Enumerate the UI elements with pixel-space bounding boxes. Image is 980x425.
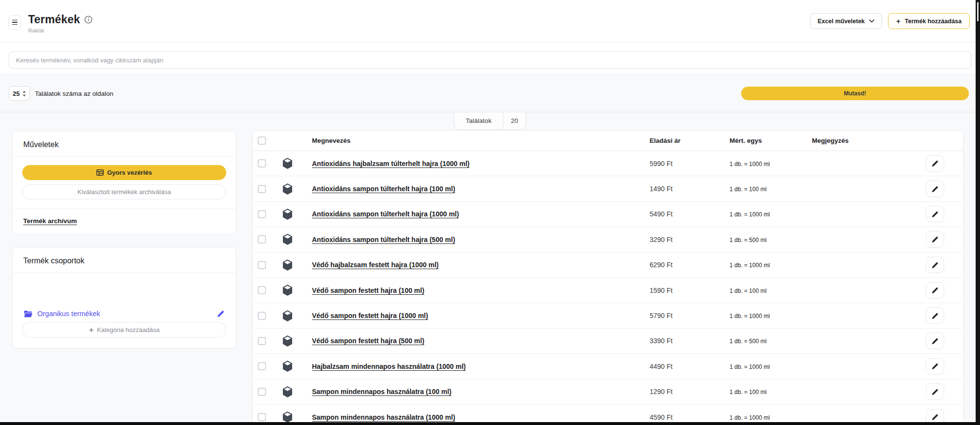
product-unit: 1 db. = 100 ml	[730, 186, 766, 193]
scrollbar-track[interactable]	[976, 0, 980, 425]
edit-product-button[interactable]	[926, 282, 944, 299]
title-block: Termékek Raktár	[28, 9, 93, 33]
product-name-link[interactable]: Antioxidáns sampon túlterhelt hajra (100…	[312, 210, 459, 218]
table-row: Antioxidáns sampon túlterhelt hajra (100…	[253, 202, 963, 227]
product-name-link[interactable]: Sampon mindennapos használatra (1000 ml)	[312, 413, 455, 421]
results-tab[interactable]: Találatok 20	[454, 112, 526, 130]
table-row: Védő sampon festett hajra (500 ml) 3390 …	[253, 329, 963, 354]
pencil-icon	[932, 363, 939, 370]
pencil-icon	[217, 310, 225, 318]
product-name-link[interactable]: Védő sampon festett hajra (1000 ml)	[312, 312, 428, 319]
row-checkbox[interactable]	[258, 337, 266, 345]
package-icon	[282, 310, 293, 322]
row-checkbox[interactable]	[258, 312, 266, 320]
row-checkbox[interactable]	[258, 235, 266, 243]
edit-product-button[interactable]	[926, 155, 944, 172]
page-size-select[interactable]: 25	[9, 86, 30, 101]
package-icon	[282, 208, 293, 220]
product-archive-link[interactable]: Termék archívum	[23, 217, 77, 225]
product-name-link[interactable]: Antioxidáns sampon túlterhelt hajra (100…	[312, 185, 455, 193]
archive-selected-button[interactable]: Kiválasztott termékek archiválása	[22, 184, 226, 199]
row-checkbox[interactable]	[258, 159, 266, 167]
table-row: Hajbalzsam mindennapos használatra (1000…	[253, 354, 963, 379]
product-price: 6290 Ft	[650, 261, 672, 269]
edit-product-button[interactable]	[926, 206, 944, 222]
plus-icon: +	[896, 17, 901, 25]
product-price: 1590 Ft	[650, 287, 672, 294]
package-icon	[282, 233, 293, 245]
folder-icon	[24, 310, 32, 318]
product-unit: 1 db. = 1000 ml	[730, 161, 770, 167]
product-name-link[interactable]: Sampon mindennapos használatra (100 ml)	[312, 388, 451, 395]
row-checkbox[interactable]	[258, 388, 266, 396]
edit-product-button[interactable]	[926, 383, 944, 400]
page-size-label: Találatok száma az oldalon	[35, 90, 113, 97]
column-header-name: Megnevezés	[312, 137, 650, 144]
scrollbar-thumb[interactable]	[977, 2, 979, 21]
product-name-link[interactable]: Védő hajbalzsam festett hajra (1000 ml)	[312, 261, 438, 269]
pencil-icon	[932, 160, 939, 167]
column-header-price: Eladási ár	[650, 137, 730, 144]
table-row: Antioxidáns hajbalzsam túlterhelt hajra …	[253, 151, 963, 176]
row-checkbox[interactable]	[258, 261, 266, 269]
menu-button[interactable]	[8, 15, 21, 30]
select-all-checkbox[interactable]	[258, 137, 266, 145]
table-row: Antioxidáns sampon túlterhelt hajra (500…	[253, 227, 963, 252]
search-input[interactable]	[9, 51, 971, 69]
sidebar: Műveletek Gyors vezérlés	[12, 131, 236, 361]
product-name-link[interactable]: Antioxidáns hajbalzsam túlterhelt hajra …	[312, 160, 469, 167]
row-checkbox[interactable]	[258, 210, 266, 218]
product-price: 3390 Ft	[650, 337, 672, 345]
product-price: 5790 Ft	[650, 312, 672, 319]
show-button[interactable]: Mutasd!	[741, 87, 969, 100]
product-name-link[interactable]: Védő sampon festett hajra (100 ml)	[312, 287, 424, 294]
excel-operations-label: Excel műveletek	[818, 18, 865, 25]
edit-product-button[interactable]	[926, 231, 944, 248]
row-checkbox[interactable]	[258, 286, 266, 294]
content-area: Találatok 20 Műveletek	[0, 112, 980, 425]
edit-product-button[interactable]	[926, 257, 944, 273]
edit-product-button[interactable]	[926, 307, 944, 324]
product-price: 5490 Ft	[650, 210, 672, 218]
category-link[interactable]: Organikus termékek	[37, 310, 100, 318]
package-icon	[282, 386, 293, 398]
page-title: Termékek	[28, 13, 80, 26]
quick-control-label: Gyors vezérlés	[107, 169, 152, 176]
product-price: 4590 Ft	[650, 413, 672, 421]
add-category-label: Kategória hozzáadása	[97, 326, 159, 334]
package-icon	[282, 284, 293, 296]
quick-control-button[interactable]: Gyors vezérlés	[22, 165, 226, 180]
product-unit: 1 db. = 1000 ml	[730, 262, 770, 269]
row-checkbox[interactable]	[258, 362, 266, 370]
product-price: 1490 Ft	[650, 185, 672, 193]
add-product-label: Termék hozzáadása	[905, 18, 962, 25]
row-checkbox[interactable]	[258, 185, 266, 193]
product-name-link[interactable]: Hajbalzsam mindennapos használatra (1000…	[312, 363, 466, 370]
package-icon	[282, 157, 293, 169]
table-row: Védő sampon festett hajra (1000 ml) 5790…	[253, 303, 963, 328]
row-checkbox[interactable]	[258, 413, 266, 421]
pencil-icon	[932, 312, 939, 319]
table-row: Sampon mindennapos használatra (100 ml) …	[253, 379, 963, 405]
add-category-button[interactable]: + Kategória hozzáadása	[22, 322, 226, 338]
table-body: Antioxidáns hajbalzsam túlterhelt hajra …	[253, 151, 963, 425]
product-name-link[interactable]: Antioxidáns sampon túlterhelt hajra (500…	[312, 236, 455, 243]
add-product-button[interactable]: + Termék hozzáadása	[888, 13, 970, 29]
edit-product-button[interactable]	[926, 333, 944, 349]
breadcrumb: Raktár	[28, 28, 93, 33]
pencil-icon	[932, 287, 939, 294]
filter-bar: 25 Találatok száma az oldalon Mutasd!	[0, 75, 980, 112]
info-icon[interactable]	[84, 15, 93, 24]
pencil-icon	[932, 388, 939, 395]
excel-operations-button[interactable]: Excel műveletek	[810, 13, 882, 29]
edit-product-button[interactable]	[926, 181, 944, 197]
window-edge	[0, 422, 980, 425]
actions-card: Műveletek Gyors vezérlés	[12, 131, 236, 235]
pencil-icon	[932, 337, 939, 345]
edit-category-button[interactable]	[217, 310, 225, 318]
archive-selected-label: Kiválasztott termékek archiválása	[78, 188, 171, 196]
product-name-link[interactable]: Védő sampon festett hajra (500 ml)	[312, 337, 424, 345]
pencil-icon	[932, 261, 939, 269]
table-icon	[96, 169, 104, 176]
edit-product-button[interactable]	[926, 358, 944, 375]
